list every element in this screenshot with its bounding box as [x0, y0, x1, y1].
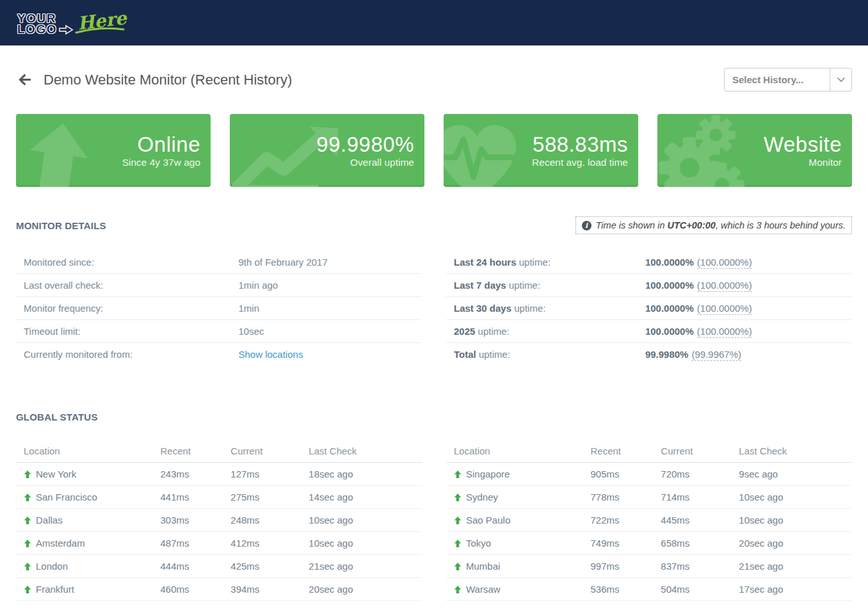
- page-title: Demo Website Monitor (Recent History): [44, 72, 292, 88]
- table-row: London 444ms 425ms 21sec ago: [16, 555, 422, 578]
- arrow-up-icon: [18, 118, 96, 187]
- detail-row: Timeout limit: 10sec: [16, 319, 422, 342]
- detail-row: Monitored since: 9th of February 2017: [16, 250, 422, 273]
- table-row: Warsaw 536ms 504ms 17sec ago: [446, 578, 852, 601]
- card-subtitle: Monitor: [764, 157, 842, 168]
- table-header-row: Location Recent Current Last Check: [446, 439, 852, 463]
- uptime-tooltip-value[interactable]: (100.0000%): [697, 326, 752, 338]
- status-card-online: Online Since 4y 37w ago: [16, 114, 211, 187]
- detail-row: Last 7 days uptime: 100.0000%(100.0000%): [446, 273, 852, 296]
- status-up-icon: [454, 517, 462, 524]
- status-up-icon: [454, 494, 462, 501]
- detail-row: 2025 uptime: 100.0000%(100.0000%): [446, 319, 852, 342]
- location-name: Warsaw: [466, 584, 501, 595]
- location-name: Singapore: [466, 469, 510, 479]
- card-title: 588.83ms: [532, 132, 628, 157]
- back-arrow-button[interactable]: [16, 72, 33, 88]
- table-row: Frankfurt 460ms 394ms 20sec ago: [16, 578, 422, 601]
- detail-row: Total uptime: 99.9980%(99.9967%): [446, 342, 852, 365]
- table-row: Sydney 778ms 714ms 10sec ago: [446, 486, 852, 509]
- logo-arrow-icon: [58, 24, 74, 35]
- card-subtitle: Recent avg. load time: [532, 157, 628, 168]
- logo-text-logo: LOGO: [17, 24, 57, 35]
- table-row: Mumbai 997ms 837ms 21sec ago: [446, 555, 852, 578]
- card-subtitle: Since 4y 37w ago: [122, 157, 200, 168]
- uptime-tooltip-value[interactable]: (100.0000%): [697, 257, 752, 269]
- detail-row: Last overall check: 1min ago: [16, 273, 422, 296]
- status-up-icon: [454, 586, 462, 593]
- location-name: San Francisco: [36, 492, 97, 502]
- global-status-right-table: Location Recent Current Last Check Singa…: [446, 439, 852, 601]
- location-name: Tokyo: [466, 538, 491, 549]
- table-row: San Francisco 441ms 275ms 14sec ago: [16, 486, 422, 509]
- status-up-icon: [24, 540, 31, 547]
- timezone-notice: i Time is shown in UTC+00:00, which is 3…: [575, 216, 852, 234]
- status-card-uptime: 99.9980% Overall uptime: [230, 114, 424, 187]
- detail-row: Last 30 days uptime: 100.0000%(100.0000%…: [446, 296, 852, 319]
- location-name: Sydney: [466, 492, 498, 502]
- timezone-notice-text: Time is shown in UTC+00:00, which is 3 h…: [596, 220, 846, 230]
- page-title-row: Demo Website Monitor (Recent History) Se…: [16, 68, 852, 92]
- detail-row: Last 24 hours uptime: 100.0000%(100.0000…: [446, 250, 852, 273]
- status-up-icon: [454, 470, 462, 478]
- global-status-section: GLOBAL STATUS Location Recent Current La…: [16, 412, 852, 601]
- detail-row: Monitor frequency: 1min: [16, 296, 422, 319]
- global-status-heading: GLOBAL STATUS: [16, 412, 852, 422]
- status-up-icon: [24, 494, 31, 501]
- arrow-left-icon: [17, 73, 32, 86]
- monitor-details-heading: MONITOR DETAILS: [16, 220, 106, 231]
- table-row: Amsterdam 487ms 412ms 10sec ago: [16, 532, 422, 555]
- history-select-value: Select History...: [725, 74, 830, 85]
- show-locations-link[interactable]: Show locations: [239, 349, 303, 360]
- chevron-down-icon: [830, 68, 851, 91]
- location-name: Dallas: [36, 515, 63, 526]
- table-row: Dallas 303ms 248ms 10sec ago: [16, 509, 422, 532]
- table-row: Tokyo 749ms 658ms 20sec ago: [446, 532, 852, 555]
- uptime-tooltip-value[interactable]: (100.0000%): [697, 280, 752, 292]
- heartbeat-icon: [444, 122, 522, 187]
- location-name: Amsterdam: [36, 538, 85, 549]
- status-up-icon: [24, 563, 31, 570]
- table-row: Sao Paulo 722ms 445ms 10sec ago: [446, 509, 852, 532]
- info-icon: i: [582, 221, 591, 230]
- location-name: Frankfurt: [36, 584, 74, 595]
- history-select[interactable]: Select History...: [724, 68, 852, 92]
- card-title: 99.9980%: [316, 132, 414, 157]
- card-title: Online: [122, 132, 200, 157]
- status-card-load-time: 588.83ms Recent avg. load time: [444, 114, 638, 187]
- global-status-left-table: Location Recent Current Last Check New Y…: [16, 439, 422, 601]
- location-name: London: [36, 561, 68, 572]
- card-title: Website: [764, 132, 842, 157]
- status-up-icon: [24, 517, 31, 524]
- status-up-icon: [454, 540, 462, 547]
- logo: YOUR LOGO Here: [17, 10, 127, 35]
- uptime-tooltip-value[interactable]: (100.0000%): [697, 303, 752, 315]
- location-name: Sao Paulo: [466, 515, 510, 526]
- status-cards: Online Since 4y 37w ago 99.9980% Overall…: [16, 114, 852, 187]
- status-up-icon: [24, 470, 31, 478]
- status-up-icon: [454, 563, 462, 570]
- uptime-tooltip-value[interactable]: (99.9967%): [691, 349, 741, 361]
- logo-underline-swoosh: [75, 28, 125, 34]
- monitor-details-right-table: Last 24 hours uptime: 100.0000%(100.0000…: [446, 250, 852, 365]
- detail-row: Currently monitored from: Show locations: [16, 342, 422, 365]
- status-card-monitor-type: Website Monitor: [657, 114, 852, 187]
- monitor-details-section: MONITOR DETAILS i Time is shown in UTC+0…: [16, 216, 852, 365]
- location-name: Mumbai: [466, 561, 500, 572]
- table-row: New York 243ms 127ms 18sec ago: [16, 463, 422, 486]
- top-header-bar: YOUR LOGO Here: [0, 0, 868, 45]
- location-name: New York: [36, 469, 76, 479]
- table-header-row: Location Recent Current Last Check: [16, 439, 422, 463]
- table-row: Singapore 905ms 720ms 9sec ago: [446, 463, 852, 486]
- status-up-icon: [24, 586, 31, 593]
- monitor-details-left-table: Monitored since: 9th of February 2017 La…: [16, 250, 422, 365]
- card-subtitle: Overall uptime: [316, 157, 414, 168]
